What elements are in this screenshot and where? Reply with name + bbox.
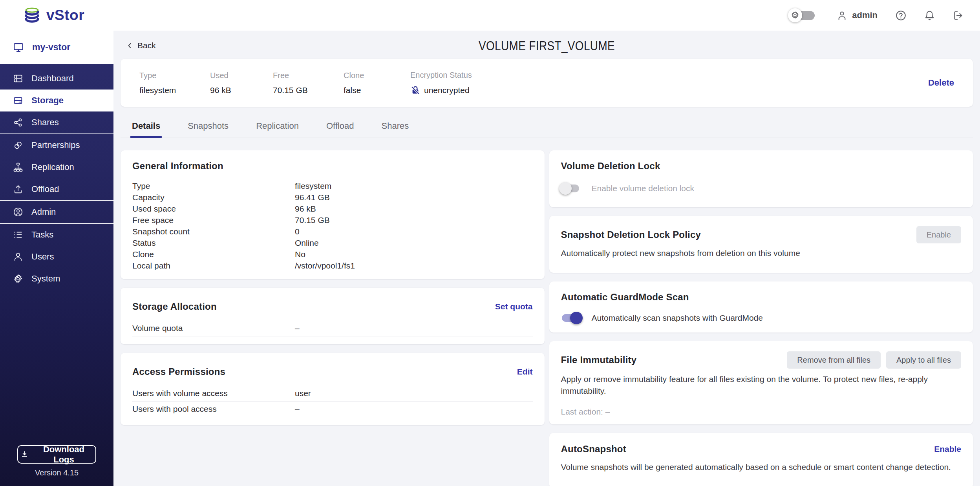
theme-toggle-knob <box>788 8 802 22</box>
info-row-clone: CloneNo <box>132 248 533 260</box>
back-label: Back <box>137 41 156 50</box>
sidebar-item-replication[interactable]: Replication <box>0 156 113 178</box>
bell-icon <box>924 10 935 21</box>
sidebar-item-users[interactable]: Users <box>0 246 113 268</box>
panel-description: Automatically protect new snapshots from… <box>561 247 962 259</box>
tab-replication[interactable]: Replication <box>254 117 301 137</box>
volume-deletion-lock-panel: Volume Deletion Lock Enable volume delet… <box>549 150 973 207</box>
task-list-icon <box>13 230 23 240</box>
sidebar-host-selector[interactable]: my-vstor <box>0 31 113 64</box>
monitor-icon <box>13 42 24 53</box>
sidebar-item-storage[interactable]: Storage <box>0 90 113 111</box>
gear-icon <box>791 11 799 20</box>
encryption-status-value: unencrypted <box>424 86 470 95</box>
info-row-type: Typefilesystem <box>132 180 533 192</box>
sidebar-item-offload[interactable]: Offload <box>0 178 113 200</box>
user-name: admin <box>852 10 878 20</box>
info-row-capacity: Capacity96.41 GB <box>132 192 533 203</box>
panel-title: General Information <box>132 161 533 172</box>
sidebar-item-shares[interactable]: Shares <box>0 111 113 133</box>
autosnapshot-panel: AutoSnapshot Enable Volume snapshots wil… <box>549 433 973 486</box>
panel-description: Apply or remove immutability feature for… <box>561 373 962 397</box>
remove-immutability-button[interactable]: Remove from all files <box>787 351 881 369</box>
summary-stat-clone: Clone false <box>344 71 410 95</box>
panel-title: Automatic GuardMode Scan <box>561 292 962 303</box>
summary-stat-used: Used 96 kB <box>210 71 273 95</box>
logout-icon <box>953 10 964 21</box>
notifications-button[interactable] <box>924 10 935 21</box>
gear-icon <box>13 274 23 284</box>
tab-snapshots[interactable]: Snapshots <box>186 117 230 137</box>
sidebar-item-partnerships[interactable]: Partnerships <box>0 134 113 156</box>
info-row-status: StatusOnline <box>132 237 533 248</box>
database-stack-icon <box>23 7 41 24</box>
toggle-label: Enable volume deletion lock <box>592 184 695 193</box>
apply-immutability-button[interactable]: Apply to all files <box>886 351 961 369</box>
toggle-label: Automatically scan snapshots with GuardM… <box>592 313 763 323</box>
tab-details[interactable]: Details <box>130 117 162 137</box>
info-row-free-space: Free space70.15 GB <box>132 214 533 226</box>
enable-autosnapshot-button[interactable]: Enable <box>934 444 961 454</box>
guardmode-scan-toggle[interactable] <box>561 311 580 325</box>
volume-deletion-lock-toggle[interactable] <box>561 182 580 195</box>
quota-row: Volume quota– <box>132 321 533 336</box>
panel-title: AutoSnapshot <box>561 444 934 455</box>
panel-title: Storage Allocation <box>132 301 495 312</box>
logo-text: vStor <box>46 7 84 24</box>
panel-title: Snapshot Deletion Lock Policy <box>561 229 916 240</box>
panel-title: Access Permissions <box>132 366 517 377</box>
set-quota-button[interactable]: Set quota <box>495 302 533 311</box>
info-row-snapshot-count: Snapshot count0 <box>132 226 533 237</box>
summary-stat-free: Free 70.15 GB <box>273 71 344 95</box>
tab-shares[interactable]: Shares <box>380 117 411 137</box>
snapshot-deletion-lock-panel: Snapshot Deletion Lock Policy Enable Aut… <box>549 216 973 273</box>
sidebar-item-label: System <box>31 274 60 284</box>
general-information-panel: General Information Typefilesystem Capac… <box>121 150 545 279</box>
user-icon <box>837 10 847 21</box>
access-permissions-panel: Access Permissions Edit Users with volum… <box>121 353 545 425</box>
enable-snapshot-lock-button[interactable]: Enable <box>916 226 961 243</box>
link-icon <box>11 139 24 152</box>
sidebar-item-label: Users <box>31 252 54 262</box>
download-icon <box>20 450 29 459</box>
sidebar-item-tasks[interactable]: Tasks <box>0 224 113 246</box>
tab-offload[interactable]: Offload <box>324 117 356 137</box>
upload-icon <box>13 184 23 194</box>
pool-access-row: Users with pool access– <box>132 402 533 417</box>
sidebar-item-label: Partnerships <box>31 140 80 150</box>
help-icon <box>896 10 906 21</box>
app-header: vStor admin <box>0 0 980 31</box>
storage-allocation-panel: Storage Allocation Set quota Volume quot… <box>121 288 545 344</box>
lock-slash-icon <box>410 85 421 95</box>
logo: vStor <box>23 7 84 24</box>
user-menu[interactable]: admin <box>837 10 878 21</box>
sidebar: my-vstor Dashboard Storage Shares <box>0 31 113 486</box>
guardmode-scan-panel: Automatic GuardMode Scan Automatically s… <box>549 281 973 333</box>
share-icon <box>13 117 23 128</box>
download-logs-label: Download Logs <box>35 444 93 465</box>
sidebar-item-dashboard[interactable]: Dashboard <box>0 68 113 90</box>
info-row-used-space: Used space96 kB <box>132 203 533 214</box>
back-button[interactable]: Back <box>126 41 156 50</box>
version-label: Version 4.15 <box>0 468 113 477</box>
sidebar-item-label: Tasks <box>31 230 53 240</box>
sidebar-nav: Dashboard Storage Shares Partnerships <box>0 64 113 290</box>
tab-bar: Details Snapshots Replication Offload Sh… <box>121 117 973 137</box>
hierarchy-icon <box>13 162 23 172</box>
sidebar-item-label: Storage <box>31 95 64 106</box>
sidebar-item-label: Shares <box>31 117 59 128</box>
download-logs-button[interactable]: Download Logs <box>17 445 96 464</box>
logout-button[interactable] <box>953 10 964 21</box>
chevron-left-icon <box>126 42 134 50</box>
edit-permissions-button[interactable]: Edit <box>517 367 533 376</box>
sidebar-item-admin[interactable]: Admin <box>0 201 113 223</box>
dashboard-icon <box>13 73 23 84</box>
page-title: VOLUME FIRST_VOLUME <box>197 38 896 53</box>
main-content: Back VOLUME FIRST_VOLUME Type filesystem… <box>113 31 980 486</box>
sidebar-item-system[interactable]: System <box>0 268 113 290</box>
help-button[interactable] <box>896 10 906 21</box>
info-row-local-path: Local path/vstor/vpool1/fs1 <box>132 260 533 271</box>
theme-toggle[interactable] <box>788 8 819 23</box>
delete-volume-button[interactable]: Delete <box>928 78 954 88</box>
panel-title: File Immutability <box>561 354 787 365</box>
